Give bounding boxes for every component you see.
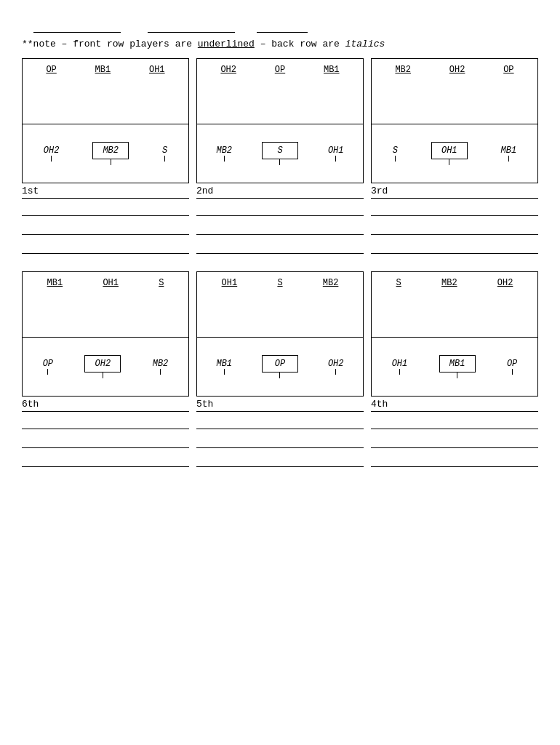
bottom-left-6th: OP — [43, 359, 53, 375]
note-line-2-5th[interactable] — [196, 453, 364, 467]
bottom-positions-1st: OH2MB2S — [27, 142, 184, 165]
note-line-1-3rd[interactable] — [371, 220, 538, 235]
top-positions-2nd: OH2OPMB1 — [201, 62, 359, 75]
top-pos-0-4th: S — [396, 278, 401, 288]
rotation-label-5th: 5th — [196, 399, 364, 412]
notes-lines-5th — [196, 415, 364, 467]
rotation-label-4th: 4th — [371, 399, 538, 412]
court-1st: OPMB1OH1OH2MB2S — [22, 58, 189, 183]
setter-4th: MB1 — [439, 355, 476, 378]
court-bottom-6th: OPOH2MB2 — [23, 338, 188, 396]
team-field — [22, 22, 121, 33]
top-pos-2-4th: OH2 — [497, 278, 513, 288]
note-line-2-3rd[interactable] — [371, 239, 538, 254]
date-field — [257, 23, 308, 33]
bottom-positions-3rd: SOH1MB1 — [376, 142, 533, 165]
note-line-0-5th[interactable] — [196, 415, 364, 429]
note-line-0-1st[interactable] — [22, 202, 189, 216]
bottom-right-4th: OP — [507, 359, 517, 375]
court-6th: MB1OH1SOPOH2MB2 — [22, 271, 189, 397]
top-positions-1st: OPMB1OH1 — [27, 62, 184, 75]
court-bottom-1st: OH2MB2S — [23, 124, 188, 183]
setter-2nd: S — [262, 142, 298, 165]
rotation-label-3rd: 3rd — [371, 186, 538, 199]
rotation-5th: OH1SMB2MB1OPOH25th — [196, 271, 364, 471]
note-italic: italics — [345, 39, 385, 49]
bottom-right-1st: S — [162, 146, 167, 162]
court-top-1st: OPMB1OH1 — [23, 59, 188, 124]
note-line-1-4th[interactable] — [371, 434, 538, 448]
bottom-left-2nd: MB2 — [216, 146, 232, 162]
court-bottom-5th: MB1OPOH2 — [197, 338, 363, 396]
note-line-0-6th[interactable] — [22, 415, 189, 429]
bottom-right-2nd: OH1 — [328, 146, 344, 162]
rotation-label-2nd: 2nd — [196, 186, 364, 199]
notes-lines-2nd — [196, 202, 364, 254]
notes-lines-6th — [22, 415, 189, 467]
top-pos-0-5th: OH1 — [222, 278, 238, 288]
court-bottom-3rd: SOH1MB1 — [372, 124, 537, 183]
rotations-top-grid: OPMB1OH1OH2MB2S1stOH2OPMB1MB2SOH12ndMB2O… — [22, 58, 538, 258]
note-line-2-6th[interactable] — [22, 453, 189, 467]
top-positions-4th: SMB2OH2 — [376, 275, 533, 288]
bottom-positions-4th: OH1MB1OP — [376, 355, 533, 378]
date-input-line[interactable] — [257, 23, 308, 33]
note-line-2-1st[interactable] — [22, 239, 189, 254]
court-top-6th: MB1OH1S — [23, 272, 188, 338]
top-pos-1-6th: OH1 — [103, 278, 119, 288]
note-line-2-4th[interactable] — [371, 453, 538, 467]
setter-5th: OP — [262, 355, 298, 378]
bottom-positions-2nd: MB2SOH1 — [201, 142, 359, 165]
court-top-5th: OH1SMB2 — [197, 272, 363, 338]
top-pos-1-2nd: OP — [275, 65, 285, 75]
note-line-0-4th[interactable] — [371, 415, 538, 429]
top-positions-3rd: MB2OH2OP — [376, 62, 533, 75]
bottom-right-6th: MB2 — [153, 359, 169, 375]
note-line-1-2nd[interactable] — [196, 220, 364, 235]
note-line-1-5th[interactable] — [196, 434, 364, 448]
top-pos-0-3rd: MB2 — [395, 65, 411, 75]
note-underlined: underlined — [198, 39, 255, 49]
location-input-line[interactable] — [148, 23, 235, 33]
court-bottom-4th: OH1MB1OP — [372, 338, 537, 396]
rotation-label-1st: 1st — [22, 186, 189, 199]
bottom-left-4th: OH1 — [392, 359, 408, 375]
location-field — [143, 22, 236, 33]
note-line-2-2nd[interactable] — [196, 239, 364, 254]
note-line-1-1st[interactable] — [22, 220, 189, 235]
bottom-positions-6th: OPOH2MB2 — [27, 355, 184, 378]
rotation-2nd: OH2OPMB1MB2SOH12nd — [196, 58, 364, 258]
top-pos-2-1st: OH1 — [149, 65, 165, 75]
court-top-3rd: MB2OH2OP — [372, 59, 537, 124]
top-pos-0-2nd: OH2 — [220, 65, 236, 75]
rotation-6th: MB1OH1SOPOH2MB26th — [22, 271, 189, 471]
bottom-right-5th: OH2 — [328, 359, 344, 375]
notes-lines-4th — [371, 415, 538, 467]
top-pos-2-2nd: MB1 — [324, 65, 340, 75]
top-pos-1-5th: S — [277, 278, 282, 288]
match-info-row — [22, 22, 538, 33]
bottom-left-1st: OH2 — [44, 146, 60, 162]
note-line-1-6th[interactable] — [22, 434, 189, 448]
bottom-positions-5th: MB1OPOH2 — [201, 355, 359, 378]
court-3rd: MB2OH2OPSOH1MB1 — [371, 58, 538, 183]
note-line-0-3rd[interactable] — [371, 202, 538, 216]
rotation-label-6th: 6th — [22, 399, 189, 412]
note-text: **note – front row players are — [22, 39, 198, 49]
team-input-line[interactable] — [33, 23, 121, 33]
top-pos-1-3rd: OH2 — [449, 65, 465, 75]
rotations-bottom-grid: MB1OH1SOPOH2MB26thOH1SMB2MB1OPOH25thSMB2… — [22, 271, 538, 471]
court-2nd: OH2OPMB1MB2SOH1 — [196, 58, 364, 183]
rotation-4th: SMB2OH2OH1MB1OP4th — [371, 271, 538, 471]
notes-lines-3rd — [371, 202, 538, 254]
note-line-0-2nd[interactable] — [196, 202, 364, 216]
top-positions-5th: OH1SMB2 — [201, 275, 359, 288]
court-top-4th: SMB2OH2 — [372, 272, 537, 338]
rotation-3rd: MB2OH2OPSOH1MB13rd — [371, 58, 538, 258]
top-pos-0-1st: OP — [46, 65, 56, 75]
setter-1st: MB2 — [92, 142, 129, 165]
top-pos-1-4th: MB2 — [441, 278, 457, 288]
top-pos-2-5th: MB2 — [323, 278, 339, 288]
top-pos-2-6th: S — [159, 278, 164, 288]
setter-3rd: OH1 — [431, 142, 468, 165]
